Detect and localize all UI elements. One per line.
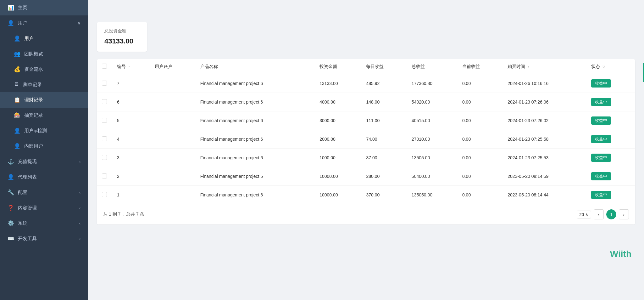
sidebar-item-internal[interactable]: 👤 内部用户 — [0, 139, 88, 154]
row-product: Financial management project 6 — [195, 93, 314, 111]
row-checkbox[interactable] — [102, 155, 107, 160]
header-status[interactable]: 状态 ▽ — [586, 59, 635, 74]
chevron-right-icon: ‹ — [79, 160, 80, 164]
row-amount: 10000.00 — [314, 186, 361, 204]
header-checkbox-cell — [97, 59, 112, 74]
status-badge: 收益中 — [591, 154, 611, 162]
next-page-button[interactable]: › — [619, 209, 629, 219]
chevron-right-config-icon: ‹ — [79, 190, 80, 195]
row-checkbox[interactable] — [102, 173, 107, 178]
sidebar-item-ip[interactable]: 👤 用户ip检测 — [0, 123, 88, 139]
row-daily: 111.00 — [361, 111, 406, 130]
row-daily: 280.00 — [361, 167, 406, 186]
sidebar-item-funds[interactable]: 💰 资金流水 — [0, 62, 88, 77]
table-row: 1 Financial management project 6 10000.0… — [97, 186, 635, 204]
lottery-icon: 🎰 — [14, 112, 20, 119]
chevron-right-content-icon: ‹ — [79, 206, 80, 210]
row-id: 6 — [112, 93, 150, 111]
row-product: Financial management project 5 — [195, 167, 314, 186]
row-checkbox-cell — [97, 74, 112, 93]
sidebar-item-user[interactable]: 👤 用户 ∨ — [0, 15, 88, 31]
row-time: 2023-05-20 08:14:59 — [502, 167, 586, 186]
sidebar-item-label: 主页 — [18, 5, 27, 11]
status-badge: 收益中 — [591, 135, 611, 143]
row-status: 收益中 — [586, 130, 635, 149]
row-daily: 370.00 — [361, 186, 406, 204]
sidebar-item-user-sub[interactable]: 👤 用户 — [0, 31, 88, 46]
internal-icon: 👤 — [14, 143, 20, 150]
ip-icon: 👤 — [14, 127, 20, 134]
page-size-select[interactable]: 20 ∧ — [577, 211, 591, 218]
sidebar-item-brush[interactable]: 🖥 刷单记录 — [0, 77, 88, 92]
row-checkbox[interactable] — [102, 99, 107, 104]
agent-icon: 👤 — [8, 174, 14, 180]
row-user — [150, 111, 195, 130]
top-buttons: 按钮1 按钮2 — [97, 6, 635, 17]
header-id[interactable]: 编号 ↑ — [112, 59, 150, 74]
header-daily: 每日收益 — [361, 59, 406, 74]
row-current: 0.00 — [457, 111, 502, 130]
sidebar-item-config[interactable]: 🔧 配置 ‹ — [0, 185, 88, 200]
header-product: 产品名称 — [195, 59, 314, 74]
status-badge: 收益中 — [591, 98, 611, 106]
prev-page-button[interactable]: ‹ — [594, 209, 604, 219]
row-status: 收益中 — [586, 167, 635, 186]
row-checkbox-cell — [97, 149, 112, 167]
sidebar-item-lottery[interactable]: 🎰 抽奖记录 — [0, 108, 88, 123]
row-total: 135050.00 — [407, 186, 457, 204]
sort-time-icon: ↑ — [528, 65, 530, 69]
sidebar-item-finance[interactable]: 📋 理财记录 — [0, 92, 88, 108]
sidebar-item-agent[interactable]: 👤 代理列表 — [0, 169, 88, 185]
page-size-arrow: ∧ — [585, 212, 588, 217]
sidebar-item-label: 代理列表 — [18, 174, 37, 180]
pagination-info: 从 1 到 7 ，总共 7 条 — [103, 212, 144, 217]
table-row: 6 Financial management project 6 4000.00… — [97, 93, 635, 111]
row-id: 3 — [112, 149, 150, 167]
row-checkbox[interactable] — [102, 136, 107, 141]
config-icon: 🔧 — [8, 189, 14, 196]
row-product: Financial management project 6 — [195, 149, 314, 167]
sidebar-item-label: 用户ip检测 — [24, 128, 47, 134]
brush-icon: 🖥 — [14, 82, 19, 88]
summary-value: 43133.00 — [104, 37, 140, 45]
sidebar-item-system[interactable]: ⚙️ 系统 ‹ — [0, 216, 88, 231]
row-status: 收益中 — [586, 74, 635, 93]
sidebar-item-recharge[interactable]: ⚓ 充值提现 ‹ — [0, 154, 88, 169]
sidebar-item-home[interactable]: 📊 主页 — [0, 0, 88, 15]
sidebar-item-label: 刷单记录 — [23, 82, 42, 88]
row-time: 2024-01-23 07:26:06 — [502, 93, 586, 111]
row-checkbox-cell — [97, 130, 112, 149]
row-checkbox[interactable] — [102, 192, 107, 197]
row-checkbox[interactable] — [102, 118, 107, 123]
header-current: 当前收益 — [457, 59, 502, 74]
content-area: 按钮1 按钮2 总投资金额 43133.00 编号 ↑ 用户 — [88, 0, 644, 300]
row-current: 0.00 — [457, 130, 502, 149]
table-row: 7 Financial management project 6 13133.0… — [97, 74, 635, 93]
sidebar-item-team[interactable]: 👥 团队概览 — [0, 46, 88, 62]
pagination-controls: 20 ∧ ‹ 1 › — [577, 209, 629, 219]
watermark-text: Wiith — [610, 249, 631, 259]
sidebar-item-devtools[interactable]: ⌨️ 开发工具 ‹ — [0, 231, 88, 246]
row-user — [150, 93, 195, 111]
table-row: 3 Financial management project 6 1000.00… — [97, 149, 635, 167]
table-row: 5 Financial management project 6 3000.00… — [97, 111, 635, 130]
recharge-icon: ⚓ — [8, 158, 14, 165]
row-current: 0.00 — [457, 149, 502, 167]
sidebar-item-label: 理财记录 — [24, 97, 43, 103]
finance-table: 编号 ↑ 用户账户 产品名称 投资金额 每日收益 总收益 当前收益 购买时间 ↑… — [97, 59, 635, 204]
row-product: Financial management project 6 — [195, 74, 314, 93]
header-time[interactable]: 购买时间 ↑ — [502, 59, 586, 74]
status-badge: 收益中 — [591, 79, 611, 88]
sidebar-item-label: 系统 — [18, 220, 27, 226]
row-product: Financial management project 6 — [195, 186, 314, 204]
sidebar-item-content[interactable]: ❓ 内容管理 ‹ — [0, 200, 88, 216]
row-checkbox[interactable] — [102, 81, 107, 86]
row-amount: 3000.00 — [314, 111, 361, 130]
row-status: 收益中 — [586, 186, 635, 204]
row-amount: 2000.00 — [314, 130, 361, 149]
sort-id-icon: ↑ — [128, 65, 130, 69]
row-user — [150, 74, 195, 93]
row-time: 2024-01-23 07:26:02 — [502, 111, 586, 130]
current-page-button[interactable]: 1 — [606, 209, 616, 219]
select-all-checkbox[interactable] — [102, 64, 107, 69]
